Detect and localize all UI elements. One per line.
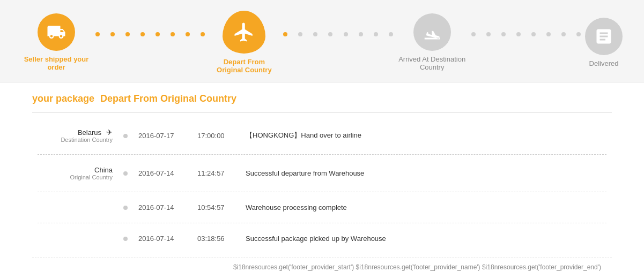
date-cell: 2016-07-17 (133, 124, 192, 147)
separator-row (32, 147, 612, 162)
separator-row (32, 216, 612, 230)
event-cell: Successful departure from Warehouse (240, 162, 612, 185)
step-label-depart: Depart From Original Country (209, 58, 279, 74)
row-dot-cell (118, 124, 133, 147)
row-dot-cell (118, 230, 133, 247)
date-cell: 2016-07-14 (133, 162, 192, 185)
step-label-delivered: Delivered (589, 59, 619, 67)
table-row: 2016-07-14 10:54:57 Warehouse processing… (32, 199, 612, 216)
footer-provider-text: $i18nresources.get('footer_provider_star… (32, 258, 612, 271)
time-cell: 17:00:00 (192, 124, 240, 147)
step-delivered: Delivered (585, 18, 623, 67)
row-dot (123, 134, 128, 138)
step-icon-depart (223, 11, 265, 54)
progress-bar: Seller shipped your order Depart From Or… (0, 0, 644, 82)
time-cell: 10:54:57 (192, 199, 240, 216)
step-depart-original: Depart From Original Country (209, 11, 279, 74)
package-title-highlight: Depart From Original Country (100, 93, 236, 104)
country-name: China (94, 166, 113, 174)
country-cell (32, 230, 118, 247)
package-title-prefix: your package (32, 93, 94, 104)
time-cell: 11:24:57 (192, 162, 240, 185)
date-cell: 2016-07-14 (133, 230, 192, 247)
step-label-seller-shipped: Seller shipped your order (21, 55, 91, 71)
country-cell: Belarus ✈ Destination Country (32, 124, 118, 147)
country-name: Belarus (78, 129, 101, 137)
row-dot-cell (118, 199, 133, 216)
country-cell (32, 199, 118, 216)
connector-1 (95, 33, 205, 35)
event-cell: Successful package picked up by Warehous… (240, 230, 612, 247)
date-cell: 2016-07-14 (133, 199, 192, 216)
event-cell: Warehouse processing complete (240, 199, 612, 216)
country-cell: China Original Country (32, 162, 118, 185)
separator-row (32, 185, 612, 199)
row-dot (123, 206, 128, 210)
step-icon-seller-shipped (38, 13, 75, 51)
row-dot (123, 237, 128, 241)
step-icon-arrived (413, 13, 451, 51)
row-dot (123, 171, 128, 176)
step-arrived-destination: Arrived At Destination Country (397, 13, 467, 71)
connector-2 (283, 33, 393, 35)
table-row: China Original Country 2016-07-14 11:24:… (32, 162, 612, 185)
main-content: your package Depart From Original Countr… (0, 82, 644, 272)
package-title: your package Depart From Original Countr… (32, 93, 612, 113)
plane-icon: ✈ (106, 128, 113, 137)
step-label-arrived: Arrived At Destination Country (397, 55, 467, 71)
country-sub: Destination Country (38, 137, 113, 143)
table-row: Belarus ✈ Destination Country 2016-07-17… (32, 124, 612, 147)
tracking-table: Belarus ✈ Destination Country 2016-07-17… (32, 124, 612, 247)
table-row: 2016-07-14 03:18:56 Successful package p… (32, 230, 612, 247)
row-dot-cell (118, 162, 133, 185)
connector-3 (471, 33, 581, 35)
step-seller-shipped: Seller shipped your order (21, 13, 91, 71)
country-sub: Original Country (38, 174, 113, 180)
step-icon-delivered (585, 18, 623, 55)
event-cell: 【HONGKONG】Hand over to airline (240, 124, 612, 147)
time-cell: 03:18:56 (192, 230, 240, 247)
